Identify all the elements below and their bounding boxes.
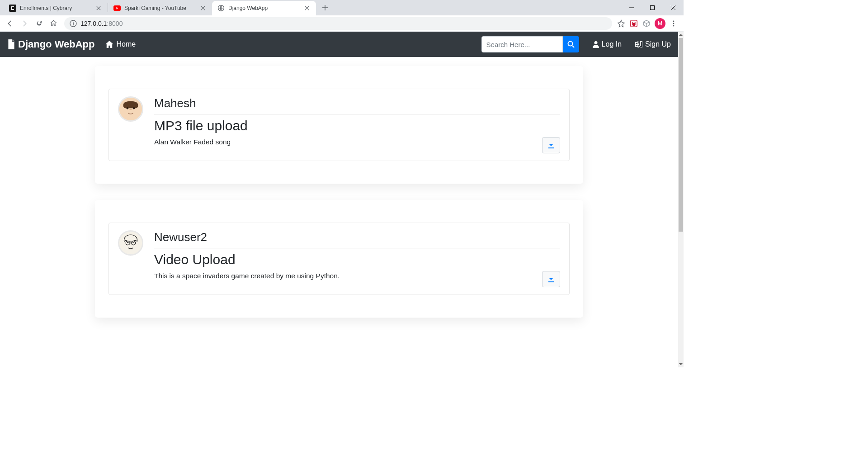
- svg-rect-6: [73, 23, 74, 25]
- download-icon: [547, 276, 555, 283]
- close-window-button[interactable]: [663, 0, 684, 15]
- feed: Mahesh MP3 file upload Alan Walker Faded…: [0, 57, 678, 338]
- user-icon: [593, 41, 599, 48]
- forward-button[interactable]: [18, 17, 31, 30]
- browser-tab[interactable]: Enrollments | Cybrary: [4, 1, 108, 15]
- download-button[interactable]: [542, 137, 560, 153]
- url-bar[interactable]: 127.0.0.1:8000: [64, 17, 612, 30]
- login-label: Log In: [602, 40, 622, 48]
- svg-point-5: [73, 22, 74, 23]
- post-title: Video Upload: [154, 252, 560, 267]
- back-button[interactable]: [4, 17, 16, 30]
- profile-avatar[interactable]: M: [655, 18, 665, 29]
- mcafee-extension-icon[interactable]: [629, 19, 638, 28]
- post-author: Mahesh: [154, 96, 560, 114]
- tab-title: Sparki Gaming - YouTube: [124, 5, 196, 11]
- maximize-button[interactable]: [642, 0, 663, 15]
- tab-title: Django WebApp: [228, 5, 300, 11]
- file-icon: [7, 39, 15, 49]
- close-icon[interactable]: [95, 5, 102, 12]
- vertical-scrollbar[interactable]: [678, 32, 684, 367]
- search-form: [481, 36, 579, 52]
- search-icon: [567, 41, 575, 48]
- svg-rect-0: [9, 5, 16, 12]
- chrome-menu-icon[interactable]: [669, 19, 678, 28]
- avatar: [118, 230, 143, 256]
- svg-rect-3: [651, 6, 655, 10]
- avatar: [118, 96, 143, 122]
- svg-point-15: [133, 107, 135, 109]
- post-card: Mahesh MP3 file upload Alan Walker Faded…: [95, 66, 583, 184]
- scroll-thumb[interactable]: [679, 38, 683, 232]
- globe-favicon-icon: [217, 5, 225, 12]
- svg-point-12: [594, 41, 597, 44]
- window-controls: [621, 0, 684, 15]
- signin-icon: [635, 41, 642, 48]
- svg-point-14: [127, 107, 128, 109]
- scroll-up-button[interactable]: [678, 32, 684, 38]
- home-button[interactable]: [47, 17, 60, 30]
- browser-tab-active[interactable]: Django WebApp: [212, 1, 316, 15]
- url-text: 127.0.0.1:8000: [80, 20, 123, 27]
- nav-home-label: Home: [116, 40, 136, 48]
- browser-tab-strip: Enrollments | Cybrary Sparki Gaming - Yo…: [0, 0, 684, 15]
- reload-button[interactable]: [33, 17, 45, 30]
- browser-tab[interactable]: Sparki Gaming - YouTube: [108, 1, 212, 15]
- home-icon: [105, 41, 113, 48]
- signup-link[interactable]: Sign Up: [635, 40, 671, 48]
- download-icon: [547, 142, 555, 149]
- new-tab-button[interactable]: [319, 1, 331, 14]
- post-author: Newuser2: [154, 230, 560, 248]
- extension-box-icon[interactable]: [642, 19, 651, 28]
- svg-point-11: [568, 42, 572, 46]
- bookmark-star-icon[interactable]: [617, 19, 626, 28]
- site-info-icon[interactable]: [70, 20, 77, 27]
- address-bar: 127.0.0.1:8000 M: [0, 15, 684, 32]
- svg-point-8: [673, 20, 675, 22]
- signup-label: Sign Up: [645, 40, 671, 48]
- scroll-track[interactable]: [678, 38, 684, 361]
- scroll-down-button[interactable]: [678, 361, 684, 367]
- svg-point-10: [673, 25, 675, 26]
- brand-text: Django WebApp: [18, 38, 94, 50]
- login-link[interactable]: Log In: [593, 40, 622, 48]
- tab-title: Enrollments | Cybrary: [20, 5, 91, 11]
- minimize-button[interactable]: [621, 0, 642, 15]
- nav-home-link[interactable]: Home: [105, 40, 136, 48]
- youtube-favicon-icon: [113, 5, 121, 12]
- search-input[interactable]: [481, 36, 563, 52]
- cybrary-favicon-icon: [9, 5, 16, 12]
- svg-point-9: [673, 23, 675, 24]
- search-button[interactable]: [563, 36, 579, 52]
- page-viewport: Django WebApp Home Log In: [0, 32, 684, 367]
- close-icon[interactable]: [199, 5, 207, 12]
- close-icon[interactable]: [303, 5, 311, 12]
- site-navbar: Django WebApp Home Log In: [0, 32, 678, 57]
- download-button[interactable]: [542, 271, 560, 287]
- post-card: Newuser2 Video Upload This is a space in…: [95, 200, 583, 318]
- brand-logo[interactable]: Django WebApp: [7, 38, 94, 50]
- post-title: MP3 file upload: [154, 118, 560, 133]
